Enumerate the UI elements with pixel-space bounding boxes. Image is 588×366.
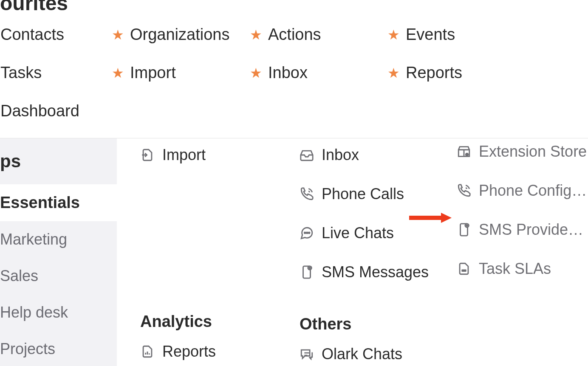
sidebar-item-sales[interactable]: Sales <box>0 258 117 294</box>
menu-label: Inbox <box>322 146 444 164</box>
menu-label: Task SLAs <box>479 260 588 278</box>
fav-events[interactable]: ★ Events <box>387 25 455 44</box>
menu-task-slas[interactable]: Task SLAs <box>457 260 588 278</box>
star-icon: ★ <box>112 65 124 81</box>
fav-dashboard[interactable]: ★ Dashboard <box>0 102 79 120</box>
svg-point-13 <box>466 225 468 226</box>
menu-phone-configuration[interactable]: Phone Configuration <box>457 182 588 200</box>
star-icon: ★ <box>250 65 262 81</box>
menu-label: Extension Store <box>479 143 588 160</box>
menu-label: SMS Messages <box>322 263 444 281</box>
menu-label: Import <box>162 146 285 164</box>
section-others: Others <box>300 315 444 333</box>
sidebar: ps Essentials Marketing Sales Help desk … <box>0 138 117 366</box>
fav-label: Actions <box>268 25 321 44</box>
sidebar-item-essentials[interactable]: Essentials <box>0 184 117 221</box>
inbox-icon <box>300 148 314 162</box>
sms-phone-icon <box>457 222 471 237</box>
menu-label: Olark Chats <box>322 345 444 363</box>
page-title-partial: ourites <box>0 0 68 15</box>
menu-label: Live Chats <box>322 224 444 242</box>
fav-tasks[interactable]: ★ Tasks <box>0 64 42 82</box>
star-icon: ★ <box>112 27 124 43</box>
content-area: Import Analytics Reports Dashboard <box>117 138 588 366</box>
phone-volume-icon <box>300 187 314 201</box>
svg-point-9 <box>309 267 311 269</box>
fav-label: Tasks <box>0 64 42 82</box>
column-2: Inbox Phone Calls Live Chats SMS Message… <box>300 138 444 366</box>
sidebar-heading-partial: ps <box>0 138 117 184</box>
svg-point-6 <box>308 232 310 234</box>
section-analytics: Analytics <box>140 313 285 331</box>
menu-sms-messages[interactable]: SMS Messages <box>300 263 444 281</box>
chat-dots-icon <box>300 226 314 240</box>
sms-phone-icon <box>300 265 314 279</box>
menu-olark-chats[interactable]: Olark Chats <box>300 345 444 363</box>
fav-label: Contacts <box>0 25 64 44</box>
lower-panel: ps Essentials Marketing Sales Help desk … <box>0 138 588 366</box>
menu-label: Phone Configuration <box>479 182 588 200</box>
star-icon: ★ <box>250 27 262 43</box>
fav-import[interactable]: ★ Import <box>112 64 176 82</box>
svg-point-4 <box>304 232 305 234</box>
fav-label: Organizations <box>130 25 229 44</box>
file-chart-icon <box>140 344 155 359</box>
fav-reports[interactable]: ★ Reports <box>387 64 462 82</box>
fav-inbox[interactable]: ★ Inbox <box>250 64 308 82</box>
fav-label: Reports <box>406 64 462 82</box>
sidebar-item-helpdesk[interactable]: Help desk <box>0 294 117 331</box>
fav-label: Events <box>406 25 455 44</box>
sidebar-item-marketing[interactable]: Marketing <box>0 221 117 258</box>
fav-label: Dashboard <box>0 102 79 120</box>
menu-reports[interactable]: Reports <box>140 343 285 360</box>
star-icon: ★ <box>387 65 400 81</box>
menu-phone-calls[interactable]: Phone Calls <box>300 185 444 203</box>
file-sla-icon <box>457 262 471 276</box>
sidebar-item-projects[interactable]: Projects <box>0 331 117 366</box>
fav-label: Import <box>130 64 176 82</box>
menu-label: Phone Calls <box>322 185 444 203</box>
svg-point-10 <box>466 153 468 156</box>
store-icon <box>457 144 471 159</box>
fav-actions[interactable]: ★ Actions <box>250 25 321 44</box>
fav-label: Inbox <box>268 64 308 82</box>
fav-organizations[interactable]: ★ Organizations <box>112 25 229 44</box>
file-import-icon <box>140 148 155 162</box>
fav-contacts[interactable]: ★ Contacts <box>0 25 64 44</box>
column-1: Import Analytics Reports Dashboard <box>140 138 285 366</box>
phone-volume-icon <box>457 183 471 198</box>
svg-rect-14 <box>461 269 466 272</box>
star-icon: ★ <box>387 27 400 43</box>
menu-extension-store[interactable]: Extension Store <box>457 143 588 160</box>
svg-point-5 <box>306 232 308 234</box>
menu-live-chats[interactable]: Live Chats <box>300 224 444 242</box>
menu-inbox[interactable]: Inbox <box>300 146 444 164</box>
chat-pair-icon <box>300 347 314 361</box>
menu-label: Reports <box>162 343 285 360</box>
menu-label: SMS Provider Configuration <box>479 221 588 239</box>
menu-import[interactable]: Import <box>140 146 285 164</box>
menu-sms-provider-configuration[interactable]: SMS Provider Configuration <box>457 221 588 239</box>
column-3: Extension Store Phone Configuration SMS … <box>457 138 588 299</box>
